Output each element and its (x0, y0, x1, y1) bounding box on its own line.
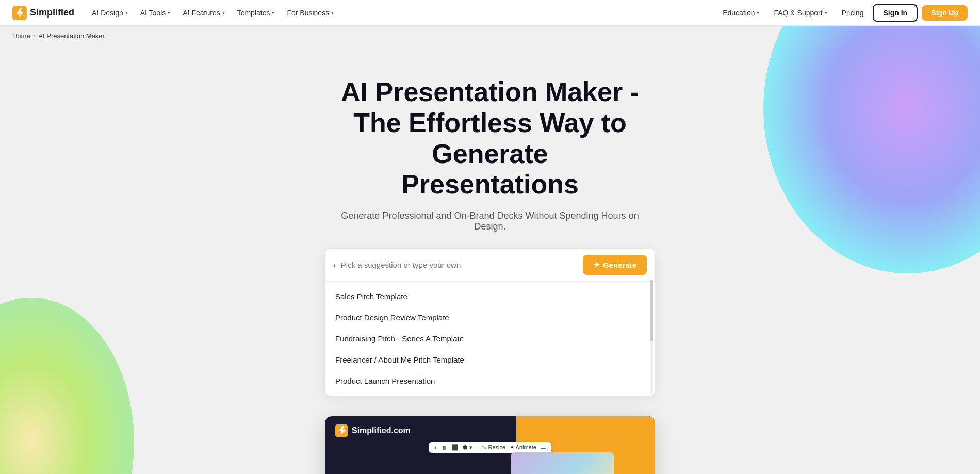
suggestion-item[interactable]: Product Launch Presentation (325, 370, 655, 391)
suggestion-item[interactable]: Freelancer / About Me Pitch Template (325, 349, 655, 370)
preview-dark-background: Simplified.com + 🗑 ⬛ ⬟ ▾ | ⤡ Resize ✦ An… (325, 416, 655, 474)
chevron-right-icon: › (333, 261, 336, 269)
hero-section: AI Presentation Maker -The Effortless Wa… (0, 46, 980, 232)
page-wrapper: Home / AI Presentation Maker AI Presenta… (0, 26, 980, 474)
nav-faq-support[interactable]: FAQ & Support ▾ (769, 6, 832, 20)
chevron-down-icon: ▾ (757, 10, 759, 15)
toolbar-collapse: — (541, 445, 546, 451)
generate-button[interactable]: ✦ Generate (583, 255, 647, 275)
preview-logo: Simplified.com (335, 424, 411, 437)
nav-ai-features[interactable]: AI Features ▾ (177, 6, 230, 20)
toolbar-more: ⬟ ▾ (463, 444, 472, 451)
nav-education[interactable]: Education ▾ (717, 6, 764, 20)
search-input-row: › ✦ Generate (325, 249, 655, 282)
navbar: Simplified AI Design ▾ AI Tools ▾ AI Fea… (0, 0, 980, 26)
chevron-down-icon: ▾ (825, 10, 827, 15)
logo-icon (12, 6, 27, 20)
page-title: AI Presentation Maker -The Effortless Wa… (309, 77, 671, 200)
nav-ai-design[interactable]: AI Design ▾ (87, 6, 133, 20)
suggestion-item[interactable]: Fundraising Pitch - Series A Template (325, 328, 655, 349)
chevron-down-icon: ▾ (272, 10, 274, 15)
search-input[interactable] (341, 260, 583, 269)
suggestions-list: Sales Pitch Template Product Design Revi… (325, 282, 655, 396)
breadcrumb-home[interactable]: Home (12, 32, 30, 40)
chevron-down-icon: ▾ (222, 10, 225, 15)
nav-templates[interactable]: Templates ▾ (232, 6, 280, 20)
nav-for-business[interactable]: For Business ▾ (282, 6, 339, 20)
logo-text: Simplified (30, 7, 74, 18)
suggestion-item[interactable]: Sales Pitch Template (325, 286, 655, 307)
preview-card: Simplified.com + 🗑 ⬛ ⬟ ▾ | ⤡ Resize ✦ An… (325, 416, 655, 474)
scrollbar-track (650, 280, 653, 394)
logo-link[interactable]: Simplified (12, 6, 74, 20)
toolbar-delete: 🗑 (442, 445, 447, 451)
chevron-down-icon: ▾ (331, 10, 334, 15)
suggestion-item[interactable]: Product Design Review Template (325, 307, 655, 328)
chevron-down-icon: ▾ (125, 10, 128, 15)
nav-ai-tools[interactable]: AI Tools ▾ (135, 6, 176, 20)
breadcrumb-separator: / (34, 32, 36, 40)
breadcrumb: Home / AI Presentation Maker (0, 26, 980, 46)
toolbar-shape: ⬛ (451, 444, 459, 451)
toolbar-divider: | (477, 445, 478, 451)
chevron-down-icon: ▾ (168, 10, 170, 15)
scrollbar-thumb[interactable] (650, 280, 653, 341)
blob-bottom-left-icon (0, 261, 155, 474)
preview-logo-text: Simplified.com (352, 426, 411, 435)
preview-logo-icon (335, 424, 348, 437)
breadcrumb-current: AI Presentation Maker (38, 32, 105, 40)
hero-subtitle: Generate Professional and On-Brand Decks… (335, 210, 645, 232)
generate-icon: ✦ (593, 260, 600, 270)
nav-right: Education ▾ FAQ & Support ▾ Pricing Sign… (717, 4, 968, 22)
search-container: › ✦ Generate Sales Pitch Template Produc… (325, 249, 655, 396)
nav-pricing[interactable]: Pricing (837, 6, 869, 20)
preview-slide (511, 452, 614, 474)
search-box: › ✦ Generate Sales Pitch Template Produc… (325, 249, 655, 396)
toolbar-animate: ✦ Animate (510, 444, 536, 451)
preview-toolbar: + 🗑 ⬛ ⬟ ▾ | ⤡ Resize ✦ Animate — (429, 442, 551, 453)
svg-point-2 (0, 298, 134, 474)
signup-button[interactable]: Sign Up (922, 5, 968, 21)
toolbar-add: + (434, 445, 437, 451)
signin-button[interactable]: Sign In (873, 4, 918, 22)
nav-left: AI Design ▾ AI Tools ▾ AI Features ▾ Tem… (87, 6, 339, 20)
toolbar-resize: ⤡ Resize (482, 444, 505, 451)
